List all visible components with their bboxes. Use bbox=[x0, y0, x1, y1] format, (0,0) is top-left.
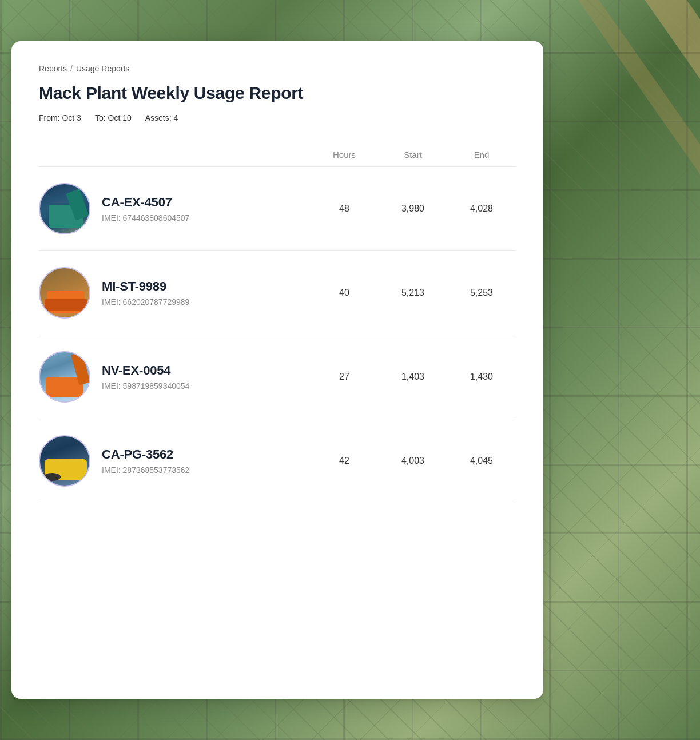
table-row: MI-ST-9989 IMEI: 662020787729989 40 5,21… bbox=[39, 251, 516, 335]
asset-id: NV-EX-0054 bbox=[102, 363, 189, 378]
breadcrumb-separator: / bbox=[70, 64, 73, 73]
asset-id: CA-PG-3562 bbox=[102, 447, 189, 462]
asset-end: 4,045 bbox=[447, 456, 516, 466]
col-header-hours: Hours bbox=[310, 150, 379, 160]
table-row: CA-PG-3562 IMEI: 287368553773562 42 4,00… bbox=[39, 419, 516, 503]
asset-start: 4,003 bbox=[379, 456, 447, 466]
asset-end: 5,253 bbox=[447, 288, 516, 298]
col-header-end: End bbox=[447, 150, 516, 160]
asset-hours: 40 bbox=[310, 288, 379, 298]
asset-info: NV-EX-0054 IMEI: 598719859340054 bbox=[39, 351, 310, 403]
asset-avatar bbox=[39, 351, 90, 403]
asset-hours: 42 bbox=[310, 456, 379, 466]
asset-start: 3,980 bbox=[379, 204, 447, 214]
asset-info: CA-EX-4507 IMEI: 674463808604507 bbox=[39, 183, 310, 234]
asset-avatar bbox=[39, 267, 90, 319]
asset-text: MI-ST-9989 IMEI: 662020787729989 bbox=[102, 279, 189, 307]
asset-text: NV-EX-0054 IMEI: 598719859340054 bbox=[102, 363, 189, 391]
asset-info: CA-PG-3562 IMEI: 287368553773562 bbox=[39, 435, 310, 487]
asset-avatar bbox=[39, 435, 90, 487]
asset-imei: IMEI: 287368553773562 bbox=[102, 466, 189, 475]
breadcrumb-reports-link[interactable]: Reports bbox=[39, 64, 67, 73]
table-row: NV-EX-0054 IMEI: 598719859340054 27 1,40… bbox=[39, 335, 516, 419]
asset-end: 4,028 bbox=[447, 204, 516, 214]
map-road-1 bbox=[611, 0, 700, 740]
asset-imei: IMEI: 674463808604507 bbox=[102, 213, 189, 222]
meta-to: To: Oct 10 bbox=[95, 113, 132, 122]
table-row: CA-EX-4507 IMEI: 674463808604507 48 3,98… bbox=[39, 167, 516, 251]
report-card: Reports / Usage Reports Mack Plant Weekl… bbox=[11, 41, 543, 699]
report-meta: From: Oct 3 To: Oct 10 Assets: 4 bbox=[39, 113, 516, 122]
asset-text: CA-EX-4507 IMEI: 674463808604507 bbox=[102, 195, 189, 222]
map-road-2 bbox=[542, 0, 700, 740]
meta-assets: Assets: 4 bbox=[145, 113, 178, 122]
table-header: Hours Start End bbox=[39, 143, 516, 167]
col-header-start: Start bbox=[379, 150, 447, 160]
asset-id: MI-ST-9989 bbox=[102, 279, 189, 294]
report-title: Mack Plant Weekly Usage Report bbox=[39, 83, 516, 103]
col-header-asset bbox=[39, 150, 310, 160]
assets-list: CA-EX-4507 IMEI: 674463808604507 48 3,98… bbox=[39, 167, 516, 503]
asset-end: 1,430 bbox=[447, 372, 516, 382]
breadcrumb-usage-reports: Usage Reports bbox=[76, 64, 129, 73]
asset-imei: IMEI: 662020787729989 bbox=[102, 297, 189, 307]
asset-start: 1,403 bbox=[379, 372, 447, 382]
asset-hours: 27 bbox=[310, 372, 379, 382]
breadcrumb: Reports / Usage Reports bbox=[39, 64, 516, 73]
asset-id: CA-EX-4507 bbox=[102, 195, 189, 210]
asset-info: MI-ST-9989 IMEI: 662020787729989 bbox=[39, 267, 310, 319]
meta-from: From: Oct 3 bbox=[39, 113, 81, 122]
asset-text: CA-PG-3562 IMEI: 287368553773562 bbox=[102, 447, 189, 475]
asset-avatar bbox=[39, 183, 90, 234]
asset-imei: IMEI: 598719859340054 bbox=[102, 381, 189, 391]
asset-hours: 48 bbox=[310, 204, 379, 214]
asset-start: 5,213 bbox=[379, 288, 447, 298]
